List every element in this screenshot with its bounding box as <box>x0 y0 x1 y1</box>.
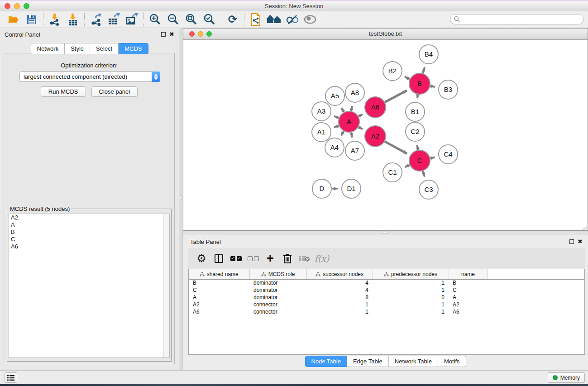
table-cell[interactable]: A2 <box>189 301 249 308</box>
zoom-window-button[interactable] <box>24 3 29 9</box>
graph-edge-B-B4[interactable] <box>423 67 425 73</box>
table-cell[interactable]: connector <box>249 301 306 308</box>
minimize-window-button[interactable] <box>14 3 20 9</box>
tab-select[interactable]: Select <box>90 43 119 54</box>
table-row[interactable]: Adominator80A <box>189 294 584 301</box>
splitter-handle[interactable] <box>180 195 182 200</box>
table-cell[interactable]: A6 <box>189 308 249 315</box>
graph-edge-A-A5[interactable] <box>341 108 344 112</box>
graph-edge-B-B2[interactable] <box>405 77 410 79</box>
table-row[interactable]: A2connector11A2 <box>189 301 584 308</box>
export-network-icon[interactable] <box>87 12 105 27</box>
close-panel-button[interactable]: Close panel <box>91 86 138 97</box>
home-views-icon[interactable] <box>265 12 283 27</box>
graph-edge-B-B1[interactable] <box>417 95 418 99</box>
splitter-handle[interactable] <box>382 232 387 234</box>
column-header-predecessor-nodes[interactable]: predecessor nodes <box>373 269 449 279</box>
mcds-list-scrollbar[interactable] <box>163 214 169 357</box>
graph-edge-A-A8[interactable] <box>351 106 352 111</box>
graph-edge-A-A2[interactable] <box>359 127 363 129</box>
eye-icon[interactable] <box>301 12 319 27</box>
column-header-successor-nodes[interactable]: successor nodes <box>306 269 373 279</box>
graph-edge-C-C3[interactable] <box>423 171 425 176</box>
network-minimize-button[interactable] <box>198 31 203 37</box>
refresh-layout-icon[interactable]: ⟳ <box>224 12 242 27</box>
table-cell[interactable]: 1 <box>373 301 449 308</box>
table-cell[interactable]: connector <box>249 308 306 315</box>
network-zoom-button[interactable] <box>206 31 212 37</box>
mcds-result-item[interactable]: B <box>9 229 169 236</box>
table-cell[interactable]: B <box>189 279 249 286</box>
table-cell[interactable]: C <box>449 286 488 294</box>
vertical-splitter[interactable] <box>179 28 183 370</box>
table-row[interactable]: Cdominator41C <box>189 286 584 294</box>
import-network-icon[interactable] <box>46 12 64 27</box>
column-header-MCDS-role[interactable]: MCDS role <box>249 269 306 279</box>
optimization-criterion-select[interactable]: largest connected component (directed) <box>19 71 160 82</box>
zoom-selected-icon[interactable] <box>201 12 219 27</box>
export-image-icon[interactable] <box>123 12 141 27</box>
table-cell[interactable]: A <box>189 294 249 301</box>
hide-glasses-icon[interactable] <box>283 12 301 27</box>
tab-network-table[interactable]: Network Table <box>389 356 438 367</box>
memory-button[interactable]: Memory <box>548 372 585 383</box>
table-cell[interactable]: 1 <box>306 308 373 315</box>
table-cell[interactable]: C <box>189 286 249 294</box>
table-cell[interactable]: A <box>449 294 488 301</box>
graph-edge-C-C2[interactable] <box>417 145 418 150</box>
tab-edge-table[interactable]: Edge Table <box>347 356 389 367</box>
open-session-icon[interactable] <box>5 12 23 27</box>
table-cell[interactable]: 4 <box>306 279 373 286</box>
network-canvas[interactable]: B4B2BB3A5A8A6A3AB1A1A2C2A4A7C4CC1DD1C3 <box>183 40 588 230</box>
table-cell[interactable]: dominator <box>249 294 306 301</box>
close-panel-icon[interactable]: ✖ <box>169 32 174 37</box>
mcds-result-item[interactable]: A6 <box>9 243 169 250</box>
table-cell[interactable]: 1 <box>373 286 449 294</box>
tab-mcds[interactable]: MCDS <box>119 43 148 54</box>
import-table-icon[interactable] <box>64 12 82 27</box>
table-cell[interactable]: 1 <box>306 301 373 308</box>
delete-column-icon[interactable] <box>280 251 295 266</box>
table-cell[interactable]: B <box>449 279 488 286</box>
close-panel-icon[interactable]: ✖ <box>578 239 583 244</box>
table-cell[interactable]: 0 <box>373 294 449 301</box>
graph-edge-A-A3[interactable] <box>334 116 339 118</box>
mcds-result-item[interactable]: C <box>9 236 169 243</box>
network-close-button[interactable] <box>189 31 195 37</box>
graph-edge-A2-C[interactable] <box>385 142 407 154</box>
table-cell[interactable]: 4 <box>306 286 373 294</box>
close-window-button[interactable] <box>5 3 10 9</box>
network-window-titlebar[interactable]: testGlobe.txt <box>183 29 588 40</box>
graph-edge-A6-B[interactable] <box>385 91 407 102</box>
graph-edge-C-C1[interactable] <box>405 165 410 167</box>
table-cell[interactable]: 8 <box>306 294 373 301</box>
column-header-name[interactable]: name <box>449 269 488 279</box>
column-header-shared-name[interactable]: shared name <box>189 269 249 279</box>
select-all-columns-icon[interactable]: ✓✓ <box>228 251 244 266</box>
float-panel-icon[interactable] <box>569 239 574 244</box>
graph-edge-A-A1[interactable] <box>334 125 339 127</box>
tab-motifs[interactable]: Motifs <box>438 356 466 367</box>
save-session-icon[interactable] <box>23 12 41 27</box>
table-settings-icon[interactable]: ⚙ <box>194 251 209 266</box>
zoom-out-icon[interactable] <box>164 12 182 27</box>
table-cell[interactable]: dominator <box>249 286 306 294</box>
graph-edge-A-A6[interactable] <box>359 114 363 116</box>
export-table-icon[interactable] <box>105 12 123 27</box>
run-mcds-button[interactable]: Run MCDS <box>41 86 86 97</box>
search-input[interactable] <box>450 14 584 24</box>
task-history-button[interactable] <box>5 372 17 383</box>
deselect-all-columns-icon[interactable] <box>245 251 261 266</box>
horizontal-splitter[interactable] <box>183 231 588 235</box>
float-panel-icon[interactable] <box>161 32 166 37</box>
tab-network[interactable]: Network <box>30 43 65 54</box>
tab-style[interactable]: Style <box>65 43 90 54</box>
mcds-result-item[interactable]: A2 <box>9 214 169 221</box>
table-cell[interactable]: 1 <box>373 279 449 286</box>
mcds-result-item[interactable]: A <box>9 221 169 229</box>
table-cell[interactable]: 1 <box>373 308 449 315</box>
table-cell[interactable]: dominator <box>249 279 306 286</box>
tab-node-table[interactable]: Node Table <box>305 356 347 367</box>
zoom-fit-icon[interactable] <box>182 12 201 27</box>
graph-edge-C-C4[interactable] <box>430 157 435 158</box>
